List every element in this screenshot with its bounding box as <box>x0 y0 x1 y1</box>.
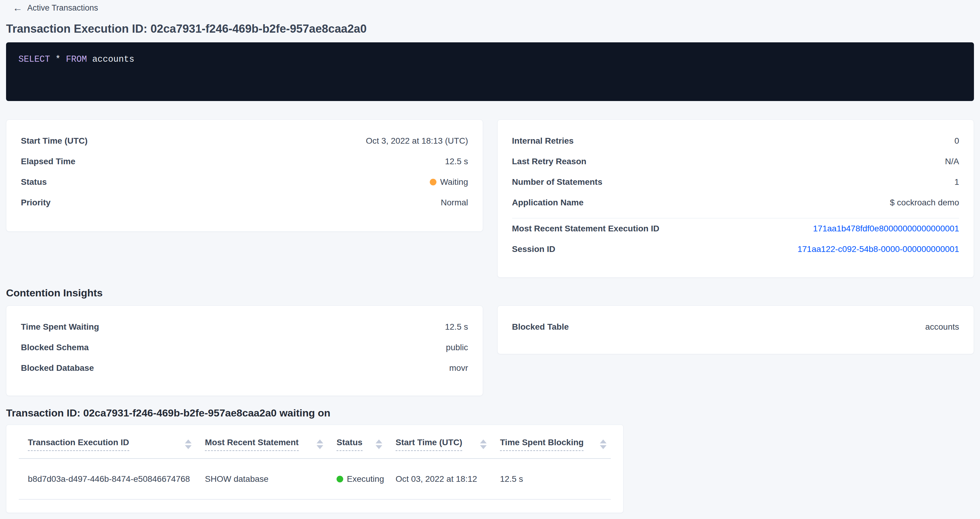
blocked-database-row: Blocked Database movr <box>21 358 468 378</box>
column-header-start-time: Start Time (UTC) <box>387 425 491 459</box>
elapsed-time-label: Elapsed Time <box>21 157 75 167</box>
blocked-schema-label: Blocked Schema <box>21 343 89 352</box>
column-header-transaction-execution-id: Transaction Execution ID <box>19 425 196 459</box>
execution-attributes-card: Internal Retries 0 Last Retry Reason N/A… <box>497 119 974 278</box>
application-name-label: Application Name <box>512 198 584 208</box>
blocked-schema-row: Blocked Schema public <box>21 337 468 358</box>
sort-icon[interactable] <box>480 440 487 449</box>
session-id-label: Session ID <box>512 244 555 254</box>
internal-retries-row: Internal Retries 0 <box>512 131 959 151</box>
application-name-row: Application Name $ cockroach demo <box>512 192 959 213</box>
contention-insights-heading: Contention Insights <box>6 287 974 299</box>
blocked-table-card: Blocked Table accounts <box>497 305 974 354</box>
sort-icon[interactable] <box>375 440 382 449</box>
cell-status-value: Executing <box>347 474 384 484</box>
blocked-table-value: accounts <box>925 322 959 332</box>
priority-label: Priority <box>21 198 51 208</box>
cell-start-time: Oct 03, 2022 at 18:12 <box>387 459 491 499</box>
status-value: Waiting <box>440 177 468 187</box>
blocked-schema-value: public <box>446 343 468 352</box>
time-spent-blocking-column-label[interactable]: Time Spent Blocking <box>500 438 584 451</box>
most-recent-statement-column-label[interactable]: Most Recent Statement <box>205 438 299 451</box>
blocked-database-label: Blocked Database <box>21 363 94 373</box>
priority-value: Normal <box>441 198 468 208</box>
breadcrumb-label: Active Transactions <box>27 3 98 13</box>
contention-details-card: Time Spent Waiting 12.5 s Blocked Schema… <box>6 305 483 396</box>
most-recent-statement-execution-id-row: Most Recent Statement Execution ID 171aa… <box>512 218 959 239</box>
sort-icon[interactable] <box>600 440 606 449</box>
elapsed-time-row: Elapsed Time 12.5 s <box>21 151 468 172</box>
transaction-execution-id-column-label[interactable]: Transaction Execution ID <box>28 438 129 451</box>
sql-identifier: accounts <box>92 54 134 64</box>
back-to-active-transactions-link[interactable]: ← Active Transactions <box>13 3 98 13</box>
priority-row: Priority Normal <box>21 192 468 213</box>
last-retry-reason-row: Last Retry Reason N/A <box>512 151 959 172</box>
elapsed-time-value: 12.5 s <box>445 157 468 167</box>
status-label: Status <box>21 177 47 187</box>
waiting-on-table: Transaction Execution ID Most Recent Sta… <box>19 425 611 500</box>
waiting-on-heading: Transaction ID: 02ca7931-f246-469b-b2fe-… <box>6 407 974 419</box>
blocked-table-label: Blocked Table <box>512 322 569 332</box>
number-of-statements-row: Number of Statements 1 <box>512 172 959 192</box>
sql-star: * <box>56 54 60 64</box>
session-id-row: Session ID 171aa122-c092-54b8-0000-00000… <box>512 239 959 259</box>
start-time-row: Start Time (UTC) Oct 3, 2022 at 18:13 (U… <box>21 131 468 151</box>
cell-time-spent-blocking: 12.5 s <box>491 459 611 499</box>
status-column-label[interactable]: Status <box>337 438 363 451</box>
sql-keyword-from: FROM <box>66 54 87 64</box>
waiting-on-table-card: Transaction Execution ID Most Recent Sta… <box>6 425 624 513</box>
cell-most-recent-statement: SHOW database <box>196 459 328 499</box>
number-of-statements-label: Number of Statements <box>512 177 603 187</box>
column-header-most-recent-statement: Most Recent Statement <box>196 425 328 459</box>
internal-retries-value: 0 <box>954 136 959 146</box>
application-name-value: $ cockroach demo <box>890 198 959 208</box>
executing-status-dot-icon <box>337 476 343 482</box>
most-recent-statement-execution-id-label: Most Recent Statement Execution ID <box>512 224 660 233</box>
last-retry-reason-label: Last Retry Reason <box>512 157 587 167</box>
internal-retries-label: Internal Retries <box>512 136 574 146</box>
time-spent-waiting-row: Time Spent Waiting 12.5 s <box>21 317 468 337</box>
column-header-status: Status <box>328 425 387 459</box>
column-header-time-spent-blocking: Time Spent Blocking <box>491 425 611 459</box>
sort-icon[interactable] <box>185 440 192 449</box>
status-row: Status Waiting <box>21 172 468 192</box>
waiting-status-dot-icon <box>430 179 436 186</box>
start-time-value: Oct 3, 2022 at 18:13 (UTC) <box>366 136 468 146</box>
back-arrow-icon: ← <box>13 3 22 13</box>
cell-transaction-execution-id: b8d7d03a-d497-446b-8474-e50846674768 <box>19 459 196 499</box>
last-retry-reason-value: N/A <box>945 157 959 167</box>
sql-keyword-select: SELECT <box>19 54 50 64</box>
transaction-details-page: ← Active Transactions Transaction Execut… <box>0 0 980 513</box>
blocked-table-row: Blocked Table accounts <box>512 317 959 337</box>
start-time-column-label[interactable]: Start Time (UTC) <box>396 438 462 451</box>
sql-statement-box: SELECT * FROM accounts <box>6 42 974 101</box>
table-row: b8d7d03a-d497-446b-8474-e50846674768 SHO… <box>19 459 611 499</box>
blocked-database-value: movr <box>449 363 468 373</box>
sql-statement-text: SELECT * FROM accounts <box>19 54 962 64</box>
status-badge: Waiting <box>430 177 468 187</box>
page-title: Transaction Execution ID: 02ca7931-f246-… <box>6 22 974 36</box>
time-spent-waiting-value: 12.5 s <box>445 322 468 332</box>
contention-cards-row: Time Spent Waiting 12.5 s Blocked Schema… <box>6 305 974 396</box>
time-spent-waiting-label: Time Spent Waiting <box>21 322 99 332</box>
most-recent-statement-execution-id-link[interactable]: 171aa1b478fdf0e80000000000000001 <box>813 224 959 233</box>
waiting-on-table-header: Transaction Execution ID Most Recent Sta… <box>19 425 611 459</box>
transaction-summary-card: Start Time (UTC) Oct 3, 2022 at 18:13 (U… <box>6 119 483 232</box>
sort-icon[interactable] <box>317 440 323 449</box>
start-time-label: Start Time (UTC) <box>21 136 88 146</box>
session-id-link[interactable]: 171aa122-c092-54b8-0000-000000000001 <box>797 244 959 254</box>
cell-status: Executing <box>328 459 387 499</box>
number-of-statements-value: 1 <box>954 177 959 187</box>
summary-cards-row: Start Time (UTC) Oct 3, 2022 at 18:13 (U… <box>6 119 974 278</box>
